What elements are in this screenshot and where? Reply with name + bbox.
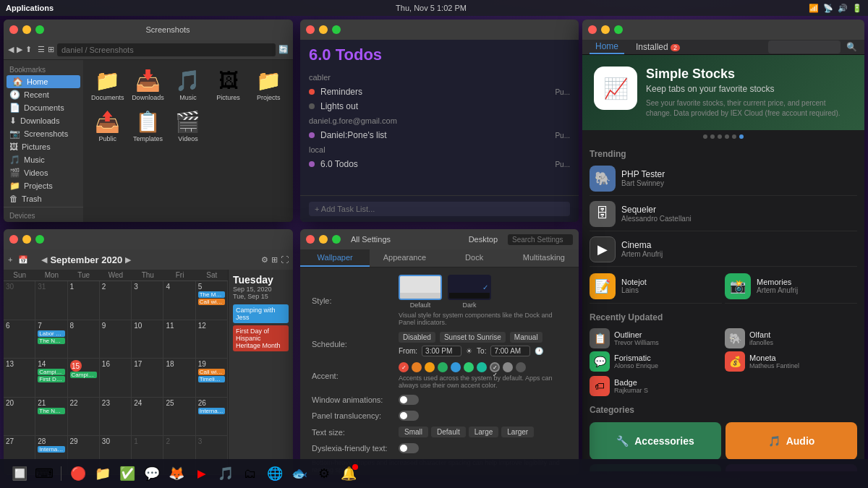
schedule-manual[interactable]: Manual xyxy=(510,332,542,343)
trending-app-memories[interactable]: 📸 Memories Artem Anufrij xyxy=(725,270,857,304)
cal-view-toggle[interactable]: ⊞ xyxy=(271,255,278,265)
taskbar-apps[interactable]: 🔲 xyxy=(9,463,30,484)
fm-reload-icon[interactable]: 🔄 xyxy=(278,45,289,54)
cal-day-22[interactable]: 22 xyxy=(68,398,100,437)
folder-public[interactable]: 📤Public xyxy=(89,107,127,145)
sidebar-item-projects[interactable]: 📁Projects xyxy=(4,179,83,192)
sidebar-item-home[interactable]: 🏠Home xyxy=(7,75,80,88)
cal-day-17[interactable]: 17 xyxy=(132,359,163,398)
settings-minimize-button[interactable] xyxy=(319,235,328,244)
cal-day-9[interactable]: 9 xyxy=(100,320,132,359)
panel-translucency-toggle[interactable] xyxy=(399,411,419,421)
style-default-preview[interactable] xyxy=(399,275,442,300)
taskbar-vivaldi[interactable]: 🔴 xyxy=(67,463,89,484)
settings-maximize-button[interactable] xyxy=(332,235,341,244)
taskbar-notifications[interactable]: 🔔 xyxy=(338,463,359,484)
todos-item-reminders[interactable]: Reminders Pu... xyxy=(300,85,579,99)
todos-item-local[interactable]: 6.0 Todos Pu... xyxy=(300,157,579,171)
style-dark-preview[interactable]: ✓ xyxy=(448,275,491,300)
todos-add-input[interactable] xyxy=(309,202,570,216)
trending-app-php[interactable]: 🐘 PHP Tester Bart Swinney xyxy=(590,162,857,196)
todos-minimize-button[interactable] xyxy=(319,25,328,34)
window-animations-toggle[interactable] xyxy=(399,395,419,405)
cal-day-21[interactable]: 21 The New... xyxy=(35,398,67,437)
taskbar-slack[interactable]: 💬 xyxy=(141,463,163,484)
text-size-default[interactable]: Default xyxy=(431,427,466,437)
cal-day-26[interactable]: 26 Internatio... xyxy=(196,398,228,437)
taskbar-browser[interactable]: 🌐 xyxy=(264,463,286,484)
trending-app-sequeler[interactable]: 🗄 Sequeler Alessandro Castellani xyxy=(590,197,857,231)
cal-day-5[interactable]: 5 The Man... Call with... xyxy=(196,281,228,320)
settings-search-input[interactable] xyxy=(508,234,573,245)
settings-tab-dock[interactable]: Dock xyxy=(440,249,509,267)
dyslexia-toggle[interactable] xyxy=(399,443,419,453)
fm-maximize-button[interactable] xyxy=(35,25,44,34)
cal-fullscreen-icon[interactable]: ⛶ xyxy=(281,255,289,265)
folder-music[interactable]: 🎵Music xyxy=(169,66,207,104)
settings-tab-appearance[interactable]: Appearance xyxy=(370,249,439,267)
text-size-larger[interactable]: Larger xyxy=(501,427,534,437)
cal-event-detail-camping[interactable]: Camping with Jess xyxy=(233,304,289,323)
settings-close-button[interactable] xyxy=(306,235,315,244)
dot-4[interactable] xyxy=(725,134,729,139)
taskbar-files[interactable]: 📁 xyxy=(92,463,114,484)
appstore-search-input[interactable] xyxy=(768,40,841,53)
taskbar-firefox[interactable]: 🦊 xyxy=(166,463,187,484)
cal-day-23[interactable]: 23 xyxy=(100,398,132,437)
fm-back-icon[interactable]: ◀ xyxy=(8,45,14,54)
cal-day-2[interactable]: 2 xyxy=(100,281,132,320)
folder-pictures[interactable]: 🖼Pictures xyxy=(210,66,247,104)
dot-2[interactable] xyxy=(710,134,715,139)
sidebar-item-documents[interactable]: 📄Documents xyxy=(4,101,83,114)
accent-blue[interactable] xyxy=(451,362,461,372)
category-accessories[interactable]: 🔧 Accessories xyxy=(590,422,721,460)
fm-forward-icon[interactable]: ▶ xyxy=(17,45,22,54)
cal-day-8[interactable]: 8 xyxy=(68,320,100,359)
taskbar-tasks[interactable]: ✅ xyxy=(116,463,138,484)
fm-path-input[interactable] xyxy=(57,43,276,56)
cal-day-19[interactable]: 19 Call with... Timeline... xyxy=(196,359,228,398)
accent-yellow[interactable] xyxy=(425,362,435,372)
todos-maximize-button[interactable] xyxy=(332,25,341,34)
todos-close-button[interactable] xyxy=(306,25,315,34)
updated-forismatic[interactable]: 💬 Forismatic Alonso Enrique xyxy=(590,351,722,372)
dot-6[interactable] xyxy=(739,134,744,139)
dot-1[interactable] xyxy=(703,134,707,139)
cal-day-12[interactable]: 12 xyxy=(196,320,228,359)
appstore-close-button[interactable] xyxy=(588,25,597,34)
taskbar-bluefish[interactable]: 🐟 xyxy=(289,463,310,484)
cal-day-13[interactable]: 13 xyxy=(4,359,35,398)
dot-5[interactable] xyxy=(732,134,736,139)
text-size-small[interactable]: Small xyxy=(399,427,428,437)
cal-day-16[interactable]: 16 xyxy=(100,359,132,398)
taskbar-music[interactable]: 🎵 xyxy=(215,463,237,484)
settings-tab-wallpaper[interactable]: Wallpaper xyxy=(300,249,370,267)
cal-day-25[interactable]: 25 xyxy=(163,398,195,437)
accent-orange[interactable] xyxy=(412,362,422,372)
schedule-sunset[interactable]: Sunset to Sunrise xyxy=(440,332,506,343)
schedule-from-input[interactable] xyxy=(422,346,461,356)
cal-minimize-button[interactable] xyxy=(22,235,31,244)
cal-day-15[interactable]: 15 Camping... xyxy=(68,359,100,398)
fm-up-icon[interactable]: ⬆ xyxy=(25,45,32,54)
sidebar-item-music[interactable]: 🎵Music xyxy=(4,153,83,166)
taskbar-terminal[interactable]: ⌨ xyxy=(33,463,55,484)
appstore-maximize-button[interactable] xyxy=(614,25,623,34)
taskbar-files2[interactable]: 🗂 xyxy=(239,463,261,484)
sidebar-item-trash[interactable]: 🗑Trash xyxy=(4,192,83,205)
dot-3[interactable] xyxy=(718,134,722,139)
cal-prev-month[interactable]: ◀ xyxy=(41,255,47,265)
updated-moneta[interactable]: 💰 Moneta Matheus Fantinel xyxy=(725,351,857,372)
cal-close-button[interactable] xyxy=(9,235,18,244)
cal-day-11[interactable]: 11 xyxy=(163,320,195,359)
cal-day-14[interactable]: 14 Camping... First Day ... xyxy=(35,359,67,398)
cal-day-1[interactable]: 1 xyxy=(68,281,100,320)
cal-event-detail-firstday[interactable]: First Day of Hispanic Heritage Month xyxy=(233,325,289,351)
cal-day-aug30[interactable]: 30 xyxy=(4,281,35,320)
sidebar-item-recent[interactable]: 🕐Recent xyxy=(4,88,83,101)
cal-day-3[interactable]: 3 xyxy=(132,281,163,320)
accent-teal[interactable] xyxy=(464,362,474,372)
sidebar-item-pictures[interactable]: 🖼Pictures xyxy=(4,140,83,153)
schedule-disabled[interactable]: Disabled xyxy=(399,332,435,343)
appstore-tab-installed[interactable]: Installed 2 xyxy=(630,40,686,53)
